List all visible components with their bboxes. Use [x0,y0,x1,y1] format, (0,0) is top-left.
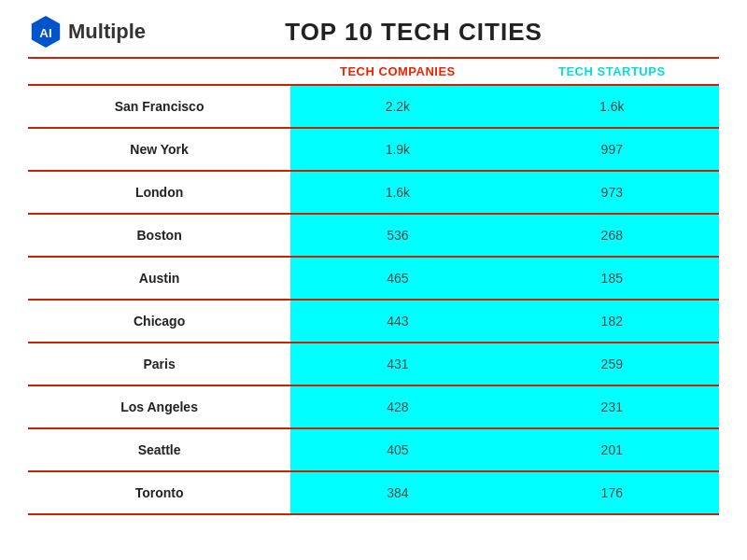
col-header-companies: TECH COMPANIES [290,58,504,85]
logo-icon: AI [28,14,63,49]
cell-companies: 428 [290,385,504,428]
data-table: TECH COMPANIES TECH STARTUPS San Francis… [28,57,719,515]
cell-companies: 1.6k [290,171,504,214]
table-wrapper: TECH COMPANIES TECH STARTUPS San Francis… [28,57,719,515]
table-row: Seattle405201 [28,428,719,471]
cell-startups: 182 [505,300,719,343]
page-container: AI Multiple TOP 10 TECH CITIES TECH COMP… [0,0,747,560]
table-row: Paris431259 [28,343,719,385]
cell-startups: 185 [505,257,719,300]
col-header-city [28,58,290,85]
header: AI Multiple TOP 10 TECH CITIES [28,14,719,49]
table-row: Toronto384176 [28,471,719,514]
logo: AI Multiple [28,14,146,49]
table-row: New York1.9k997 [28,128,719,171]
cell-city: Seattle [28,428,290,471]
cell-city: Boston [28,214,290,257]
cell-city: New York [28,128,290,171]
cell-companies: 405 [290,428,504,471]
cell-startups: 201 [505,428,719,471]
table-row: Los Angeles428231 [28,385,719,428]
cell-startups: 997 [505,128,719,171]
table-row: Boston536268 [28,214,719,257]
cell-companies: 431 [290,343,504,385]
cell-startups: 973 [505,171,719,214]
cell-companies: 536 [290,214,504,257]
cell-city: San Francisco [28,85,290,128]
cell-companies: 1.9k [290,128,504,171]
cell-city: Austin [28,257,290,300]
cell-startups: 176 [505,471,719,514]
cell-city: Paris [28,343,290,385]
table-row: San Francisco2.2k1.6k [28,85,719,128]
cell-companies: 2.2k [290,85,504,128]
table-body: San Francisco2.2k1.6kNew York1.9k997Lond… [28,85,719,514]
table-row: Chicago443182 [28,300,719,343]
svg-text:AI: AI [39,26,51,40]
cell-city: Los Angeles [28,385,290,428]
table-row: Austin465185 [28,257,719,300]
cell-startups: 259 [505,343,719,385]
col-header-startups: TECH STARTUPS [505,58,719,85]
cell-city: London [28,171,290,214]
cell-city: Chicago [28,300,290,343]
cell-startups: 268 [505,214,719,257]
cell-companies: 443 [290,300,504,343]
table-header-row: TECH COMPANIES TECH STARTUPS [28,58,719,85]
logo-text: Multiple [68,20,146,44]
cell-startups: 1.6k [505,85,719,128]
cell-companies: 384 [290,471,504,514]
cell-companies: 465 [290,257,504,300]
cell-startups: 231 [505,385,719,428]
page-title: TOP 10 TECH CITIES [164,18,719,47]
cell-city: Toronto [28,471,290,514]
table-row: London1.6k973 [28,171,719,214]
